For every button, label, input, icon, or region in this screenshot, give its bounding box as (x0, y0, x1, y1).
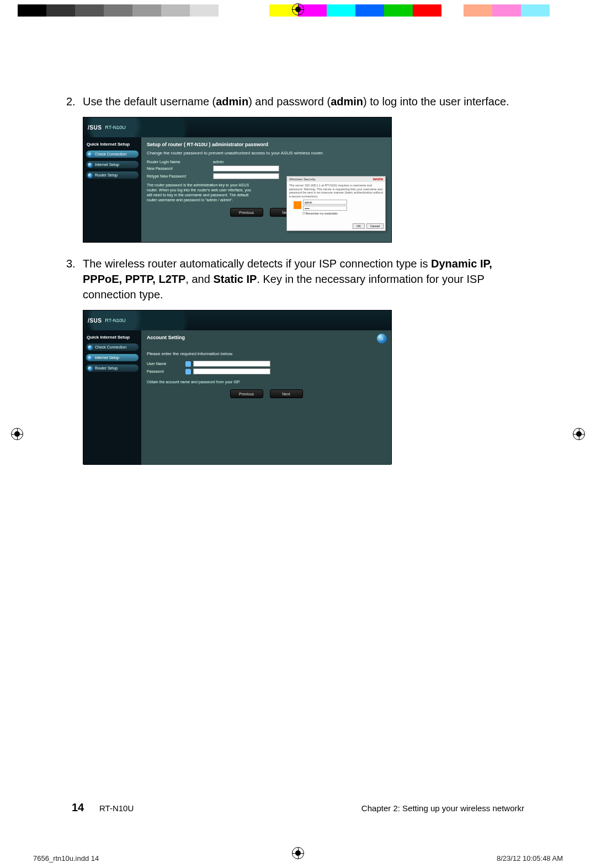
credential-row (294, 200, 383, 211)
step-dot-icon (88, 366, 93, 371)
sidebar-title: Quick Internet Setup (86, 141, 139, 148)
field-new-password: New Password (147, 165, 386, 172)
ok-button[interactable]: OK (353, 223, 365, 229)
nav-buttons: Previous Next (147, 389, 386, 398)
indd-file: 7656_rtn10u.indd 14 (33, 854, 99, 862)
step-text: Use the default username (admin) and pas… (83, 94, 530, 109)
instruction-step-2: 2. Use the default username (admin) and … (66, 94, 530, 109)
indesign-slug: 7656_rtn10u.indd 14 8/23/12 10:05:48 AM (33, 854, 563, 862)
popup-title: Windows Security WARN (287, 176, 385, 182)
popup-password-input[interactable] (303, 206, 347, 211)
footer-model: RT-N10U (99, 803, 134, 813)
step-number: 2. (66, 94, 83, 109)
panel-title: Setup of router ( RT-N10U ) administrato… (147, 142, 386, 147)
step-dot-icon (88, 152, 93, 157)
panel-subtitle: Please enter the required information be… (147, 351, 386, 356)
step-dot-icon (88, 163, 93, 168)
asus-logo: /SUS (88, 318, 102, 324)
cancel-button[interactable]: Cancel (366, 223, 384, 229)
password-input[interactable] (213, 165, 279, 172)
isp-hint: Obtain the account name and password fro… (147, 380, 386, 384)
lock-icon (185, 369, 191, 374)
manual-page: 2. Use the default username (admin) and … (66, 28, 530, 835)
step-dot-icon (88, 173, 93, 178)
page-footer: 14 RT-N10U Chapter 2: Setting up your wi… (66, 801, 530, 814)
router-model: RT-N10U (105, 125, 125, 130)
router-content: ⌂ Account Setting Please enter the requi… (141, 330, 391, 465)
field-username: User Name (147, 361, 386, 367)
remember-credentials[interactable]: ☐ Remember my credentials (302, 212, 383, 215)
previous-button[interactable]: Previous (230, 208, 263, 217)
field-login-name: Router Login Name admin (147, 160, 386, 164)
panel-subtitle: Change the router password to prevent un… (147, 151, 386, 156)
user-icon (185, 361, 191, 367)
indd-timestamp: 8/23/12 10:05:48 AM (497, 854, 563, 862)
instruction-step-3: 3. The wireless router automatically det… (66, 256, 530, 302)
router-screenshot-2: /SUS RT-N10U Quick Internet Setup Check … (83, 310, 392, 464)
router-sidebar: Quick Internet Setup Check Connection In… (83, 137, 141, 242)
step-text: The wireless router automatically detect… (83, 256, 530, 302)
username-input[interactable] (193, 361, 270, 367)
registration-mark-icon (11, 428, 23, 440)
previous-button[interactable]: Previous (230, 389, 263, 398)
step-dot-icon (88, 345, 93, 350)
password-retype-input[interactable] (213, 173, 279, 179)
sidebar-item-internet-setup[interactable]: Internet Setup (86, 160, 139, 169)
sidebar-item-internet-setup[interactable]: Internet Setup (86, 353, 139, 362)
footer-chapter: Chapter 2: Setting up your wireless netw… (361, 803, 524, 813)
router-header: /SUS RT-N10U (83, 310, 391, 330)
windows-security-popup: Windows Security WARN The server 192.168… (286, 176, 386, 231)
registration-mark-icon (292, 3, 304, 15)
step-number: 3. (66, 256, 83, 302)
sidebar-title: Quick Internet Setup (86, 334, 139, 341)
credential-icon (294, 201, 301, 209)
next-button[interactable]: Next (270, 389, 303, 398)
router-screenshot-1: /SUS RT-N10U Quick Internet Setup Check … (83, 117, 392, 243)
router-header: /SUS RT-N10U (83, 117, 391, 137)
popup-username-input[interactable] (303, 200, 347, 205)
sidebar-item-check-connection[interactable]: Check Connection (86, 343, 139, 351)
field-password: Password (147, 368, 386, 374)
registration-mark-icon (573, 428, 585, 440)
step-dot-icon (88, 356, 93, 361)
sidebar-item-check-connection[interactable]: Check Connection (86, 150, 139, 158)
asus-logo: /SUS (88, 125, 102, 131)
sidebar-item-router-setup[interactable]: Router Setup (86, 364, 139, 372)
password-input[interactable] (193, 368, 270, 374)
page-number: 14 (72, 801, 99, 814)
router-sidebar: Quick Internet Setup Check Connection In… (83, 330, 141, 465)
home-icon[interactable]: ⌂ (377, 334, 387, 344)
popup-text: The server 192.168.1.1 at RT-N10U requir… (289, 184, 383, 198)
panel-title: Account Setting (147, 335, 386, 340)
sidebar-item-router-setup[interactable]: Router Setup (86, 171, 139, 179)
router-model: RT-N10U (105, 318, 125, 323)
router-content: Setup of router ( RT-N10U ) administrato… (141, 137, 391, 242)
warning-label: WARN (373, 178, 383, 181)
router-note: The router password is the administratio… (147, 183, 257, 202)
